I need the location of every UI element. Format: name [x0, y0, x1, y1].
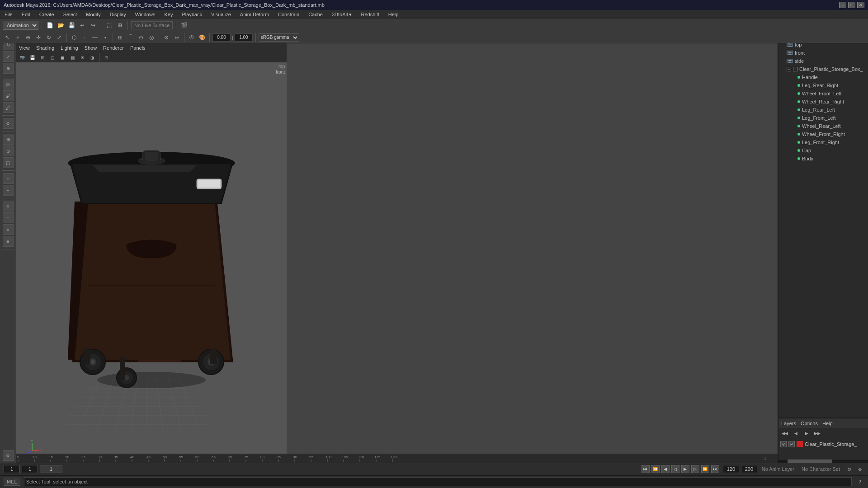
vp-lighting-toggle[interactable]: ☀ [78, 53, 87, 62]
layer-visible-btn[interactable]: V [780, 441, 787, 447]
misc-tool-1[interactable]: ⚙ [3, 450, 14, 461]
mel-input[interactable]: Select Tool: select an object [24, 477, 852, 486]
outliner-item-wheel-front-right[interactable]: Wheel_Front_Right [778, 130, 868, 138]
outliner-content[interactable]: 📷 persp 📷 top 📷 front 📷 side − Clear_Pla… [778, 31, 868, 459]
outliner-item-leg-rear-right[interactable]: Leg_Rear_Right [778, 81, 868, 89]
face-mode-button[interactable]: ▪ [101, 33, 110, 42]
viewport-menu-lighting[interactable]: Lighting [61, 45, 78, 51]
step-back-button[interactable]: ◀ [661, 465, 670, 473]
lasso-select-button[interactable]: ⌖ [13, 33, 22, 42]
timeline-ruler[interactable]: 1 5 10 15 20 25 30 35 40 [2, 454, 764, 463]
viewport-menu-panels[interactable]: Panels [130, 45, 146, 51]
mel-help-btn[interactable]: ? [855, 477, 864, 486]
step-forward-button[interactable]: ▷ [691, 465, 699, 473]
outliner-item-side[interactable]: 📷 side [778, 57, 868, 65]
outliner-item-leg-rear-left[interactable]: Leg_Rear_Left [778, 106, 868, 114]
snap-to-view-plane[interactable]: ◫ [3, 157, 14, 168]
paint-weights-tool[interactable]: 🖊 [3, 102, 14, 113]
vertex-mode-button[interactable]: · [80, 33, 89, 42]
move-tool-button[interactable]: ✛ [34, 33, 43, 42]
menu-select[interactable]: Select [61, 11, 79, 18]
close-button[interactable]: ✕ [857, 2, 864, 8]
show-manipulator-tool[interactable]: ⚙ [3, 118, 14, 129]
vp-shadow-toggle[interactable]: ◑ [88, 53, 97, 62]
menu-constrain[interactable]: Constrain [276, 11, 301, 18]
skip-to-end-button[interactable]: ⏭ [711, 465, 719, 473]
play-back-button[interactable]: ◁ [671, 465, 679, 473]
display-layer-2[interactable]: ≡ [3, 212, 14, 223]
outliner-item-front[interactable]: 📷 front [778, 49, 868, 57]
menu-visualize[interactable]: Visualize [209, 11, 233, 18]
save-scene-button[interactable]: 💾 [67, 21, 76, 30]
menu-help[interactable]: Help [387, 11, 401, 18]
menu-key[interactable]: Key [162, 11, 175, 18]
snap-to-surface-button[interactable]: ◎ [147, 33, 156, 42]
universal-manipulator[interactable]: ⊕ [3, 63, 14, 74]
outliner-item-wheel-rear-right[interactable]: Wheel_Rear_Right [778, 98, 868, 106]
vp-texture-toggle[interactable]: ▦ [68, 53, 77, 62]
play-forward-button[interactable]: ▶ [681, 465, 689, 473]
vp-grid-toggle[interactable]: ⊞ [38, 53, 47, 62]
menu-file[interactable]: File [3, 11, 14, 18]
scale-tool-button[interactable]: ⤢ [55, 33, 64, 42]
vp-save-image[interactable]: 💾 [28, 53, 37, 62]
timeline[interactable]: 1 5 10 15 20 25 30 35 40 [0, 454, 778, 463]
rotate-tool-button[interactable]: ↻ [44, 33, 53, 42]
layer-color-swatch[interactable] [797, 441, 803, 447]
menu-playback[interactable]: Playback [180, 11, 204, 18]
menu-edit[interactable]: Edit [20, 11, 32, 18]
layers-next-btn[interactable]: ▶▶ [813, 429, 822, 438]
char-set-settings-btn[interactable]: ⚙ [844, 465, 854, 474]
minimize-button[interactable]: − [839, 2, 846, 8]
view-label-top[interactable]: top [276, 64, 285, 69]
group-expand-btn[interactable]: − [787, 67, 791, 71]
layers-tab-layers[interactable]: Layers [781, 421, 796, 426]
paint-select-button[interactable]: ⊕ [24, 33, 33, 42]
mel-label[interactable]: MEL [4, 478, 20, 486]
key-frame-display[interactable]: 1 [40, 465, 62, 473]
layers-scrollbar[interactable] [778, 459, 868, 463]
snap-to-point-button[interactable]: ⊙ [137, 33, 146, 42]
sculpt-geometry-tool[interactable]: 🖌 [3, 90, 14, 101]
layers-tab-help[interactable]: Help [822, 421, 833, 426]
maximize-button[interactable]: □ [848, 2, 855, 8]
vp-select-mask[interactable]: ⊡ [102, 53, 111, 62]
new-scene-button[interactable]: 📄 [45, 21, 54, 30]
object-display[interactable]: ▫ [3, 173, 14, 184]
outliner-item-handle[interactable]: Handle [778, 73, 868, 81]
layer-row-1[interactable]: V P Clear_Plastic_Storage_ [780, 440, 866, 448]
snap-to-grid-left[interactable]: ⊞ [3, 134, 14, 145]
soft-select-button[interactable]: ⊛ [162, 33, 171, 42]
viewport-menu-shading[interactable]: Shading [36, 45, 54, 51]
animation-mode-dropdown[interactable]: Animation [3, 21, 38, 30]
scale-manipulator[interactable]: ⤢ [3, 51, 14, 62]
outliner-item-leg-front-left[interactable]: Leg_Front_Left [778, 114, 868, 122]
outliner-item-leg-front-right[interactable]: Leg_Front_Right [778, 138, 868, 146]
gamma-dropdown[interactable]: sRGB gamma [259, 33, 299, 42]
menu-modify[interactable]: Modify [84, 11, 102, 18]
layers-tab-options[interactable]: Options [801, 421, 818, 426]
outliner-item-group[interactable]: − Clear_Plastic_Storage_Box_ [778, 65, 868, 73]
viewport-menu-renderer[interactable]: Renderer [103, 45, 124, 51]
object-mode-button[interactable]: ⬡ [70, 33, 79, 42]
menu-redshift[interactable]: Redshift [359, 11, 381, 18]
outliner-item-body[interactable]: Body [778, 155, 868, 163]
menu-cache[interactable]: Cache [307, 11, 325, 18]
component-display[interactable]: ▪ [3, 185, 14, 196]
open-scene-button[interactable]: 📂 [56, 21, 65, 30]
vp-smooth-toggle[interactable]: ◼ [58, 53, 67, 62]
display-layer-1[interactable]: ≡ [3, 201, 14, 211]
outliner-item-cap[interactable]: Cap [778, 146, 868, 155]
vp-wire-toggle[interactable]: ◻ [48, 53, 57, 62]
snap-to-point-left[interactable]: ⊙ [3, 145, 14, 156]
history-button[interactable]: ⏱ [187, 33, 196, 42]
layers-prev-btn[interactable]: ◀◀ [780, 429, 789, 438]
viewport-menu-view[interactable]: View [19, 45, 30, 51]
outliner-item-wheel-rear-left[interactable]: Wheel_Rear_Left [778, 122, 868, 130]
menu-3dtoall[interactable]: 3DtoAll ▾ [330, 11, 354, 19]
skip-to-start-button[interactable]: ⏮ [642, 465, 650, 473]
snap-grid-button[interactable]: ⊞ [115, 21, 124, 30]
display-layer-3[interactable]: ≡ [3, 224, 14, 235]
edge-mode-button[interactable]: — [90, 33, 99, 42]
soft-mod-tool[interactable]: ◎ [3, 79, 14, 89]
